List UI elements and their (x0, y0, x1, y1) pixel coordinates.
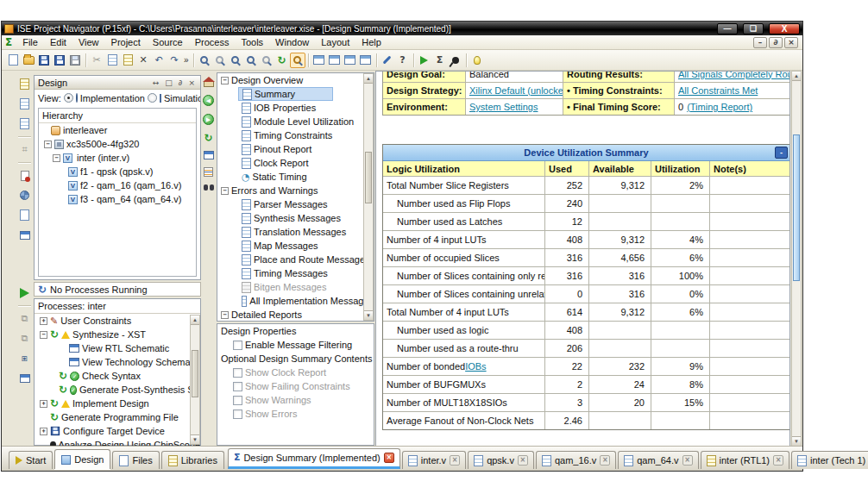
menu-source[interactable]: Source (147, 36, 189, 48)
overview-scrollbar[interactable]: ▲ ▼ (363, 73, 374, 321)
undo-icon[interactable]: ↶ (151, 53, 167, 68)
menu-tools[interactable]: Tools (235, 36, 269, 48)
tab-libraries[interactable]: Libraries (161, 451, 224, 469)
mdi-close-button[interactable]: × (784, 37, 798, 48)
doc-tab-inter-tech[interactable]: inter (Tech 1) (791, 451, 868, 469)
process-gen-programming-file[interactable]: Generate Programming File (35, 410, 200, 424)
close-tab-icon[interactable] (518, 455, 528, 466)
dock-toggle-icon[interactable]: ↔ (151, 78, 161, 88)
maximize-button[interactable]: ❏ (743, 23, 764, 34)
minimize-button[interactable]: — (717, 23, 738, 34)
scroll-thumb[interactable] (192, 350, 198, 397)
process-user-constraints[interactable]: ✎ User Constraints (35, 314, 200, 328)
zoom-pointer-icon[interactable] (197, 53, 212, 68)
process-check-syntax[interactable]: Check Syntax (35, 369, 200, 383)
tab-design[interactable]: Design (54, 449, 110, 469)
expander-icon[interactable] (53, 154, 60, 162)
process-gen-post-synthesis[interactable]: Generate Post-Synthesis Sim... (35, 383, 200, 397)
hierarchy-item-project[interactable]: interleaver (39, 123, 196, 137)
stop-process-icon[interactable]: ⧆ (17, 351, 32, 366)
expander-icon[interactable] (40, 400, 47, 408)
overview-item-iob-properties[interactable]: IOB Properties (217, 101, 374, 115)
doc-tab-qam64-v[interactable]: qam_64.v (618, 451, 698, 469)
overview-item-parser-messages[interactable]: Parser Messages (217, 197, 374, 211)
redo-icon[interactable]: ↷ (167, 53, 182, 68)
schematic-symbol-icon[interactable]: ⌗ (17, 142, 32, 157)
project-settings-icon[interactable] (17, 188, 32, 203)
menu-window[interactable]: Window (269, 36, 315, 48)
copy-icon[interactable] (104, 53, 120, 68)
nav-forward-icon[interactable] (203, 114, 214, 125)
close-tab-icon[interactable] (682, 455, 693, 466)
show-errors-checkbox[interactable] (233, 409, 242, 419)
tile-horizontal-icon[interactable] (327, 53, 343, 68)
show-errors-row[interactable]: Show Errors (217, 407, 374, 421)
enable-message-filtering-checkbox[interactable] (233, 341, 242, 350)
close-tab-icon[interactable] (600, 455, 610, 466)
doc-tab-qam16-v[interactable]: qam_16.v (536, 451, 616, 469)
design-strategy-link[interactable]: Xilinx Default (unlocked) (469, 85, 563, 96)
implementation-radio[interactable] (64, 93, 73, 103)
enable-message-filtering-row[interactable]: Enable Message Filtering (217, 338, 374, 352)
tab-start[interactable]: Start (9, 451, 53, 469)
menu-process[interactable]: Process (189, 36, 236, 48)
routing-results-link[interactable]: All Signals Completely Routed (678, 71, 789, 79)
show-failing-constraints-row[interactable]: Show Failing Constraints (217, 379, 374, 393)
rerun-process-icon[interactable]: ⧉ (17, 311, 32, 326)
scroll-up-arrow[interactable]: ▲ (364, 74, 373, 84)
expander-icon[interactable] (221, 311, 229, 319)
chipscope-icon[interactable] (448, 53, 463, 68)
close-tab-icon[interactable] (450, 455, 460, 466)
design-summary-icon[interactable]: Σ (432, 53, 448, 68)
mdi-restore-button[interactable]: ∂ (769, 37, 783, 48)
refresh-summary-icon[interactable] (204, 133, 212, 143)
show-clock-report-row[interactable]: Show Clock Report (217, 366, 374, 379)
simulation-radio[interactable] (148, 93, 157, 103)
maximize-panel-icon[interactable]: □ (163, 78, 174, 88)
show-clock-report-checkbox[interactable] (233, 368, 242, 378)
timing-constraints-link[interactable]: All Constraints Met (678, 85, 758, 96)
doc-tab-inter-v[interactable]: inter.v (402, 451, 466, 469)
add-source-icon[interactable] (17, 97, 32, 111)
table-of-contents-icon[interactable] (204, 167, 213, 177)
overview-item-timing-messages[interactable]: Timing Messages (217, 266, 374, 280)
run-icon[interactable] (417, 53, 432, 68)
close-tab-icon[interactable] (384, 453, 394, 463)
show-warnings-checkbox[interactable] (233, 396, 242, 405)
menu-edit[interactable]: Edit (44, 36, 72, 48)
processes-scrollbar[interactable]: ▲ ▼ (190, 315, 200, 445)
close-panel-icon[interactable]: × (186, 78, 197, 88)
overview-item-pinout-report[interactable]: Pinout Report (217, 142, 374, 156)
menu-layout[interactable]: Layout (315, 36, 355, 48)
hierarchy-item-f3[interactable]: f3 - qam_64 (qam_64.v) (39, 192, 196, 206)
cut-icon[interactable]: ✂ (89, 53, 104, 68)
close-tab-icon[interactable] (773, 455, 783, 466)
refresh-view-icon[interactable] (274, 53, 290, 68)
scroll-up-arrow[interactable]: ▲ (792, 72, 801, 81)
hierarchy-item-f2[interactable]: f2 - qam_16 (qam_16.v) (39, 178, 196, 192)
paste-icon[interactable] (120, 53, 135, 68)
open-file-icon[interactable] (21, 53, 36, 68)
scroll-thumb[interactable] (793, 134, 800, 281)
process-view-tech[interactable]: View Technology Schematic (35, 355, 200, 369)
tab-files[interactable]: Files (112, 451, 159, 469)
environment-link[interactable]: System Settings (469, 102, 538, 112)
toolbar-overflow-chevron[interactable]: » (182, 55, 191, 65)
cascade-windows-icon[interactable] (311, 53, 327, 68)
scroll-up-arrow[interactable]: ▲ (191, 316, 199, 325)
report-view-icon[interactable] (204, 151, 214, 159)
process-configure-target[interactable]: Configure Target Device (35, 424, 200, 438)
overview-item-clock-report[interactable]: Clock Report (217, 156, 374, 170)
scroll-thumb[interactable] (365, 152, 372, 203)
float-window-icon[interactable] (358, 53, 374, 68)
expander-icon[interactable] (44, 141, 52, 148)
overview-group-design-overview[interactable]: Design Overview (217, 73, 374, 87)
summary-home-icon[interactable] (204, 81, 214, 87)
overview-group-errors-warnings[interactable]: Errors and Warnings (217, 184, 374, 197)
lightbulb-icon[interactable] (469, 53, 485, 68)
process-implement-design[interactable]: Implement Design (35, 397, 200, 410)
menu-file[interactable]: File (16, 36, 44, 48)
edit-constraints-icon[interactable] (17, 208, 32, 222)
save-icon[interactable] (36, 53, 52, 68)
zoom-in-icon[interactable] (228, 53, 243, 68)
